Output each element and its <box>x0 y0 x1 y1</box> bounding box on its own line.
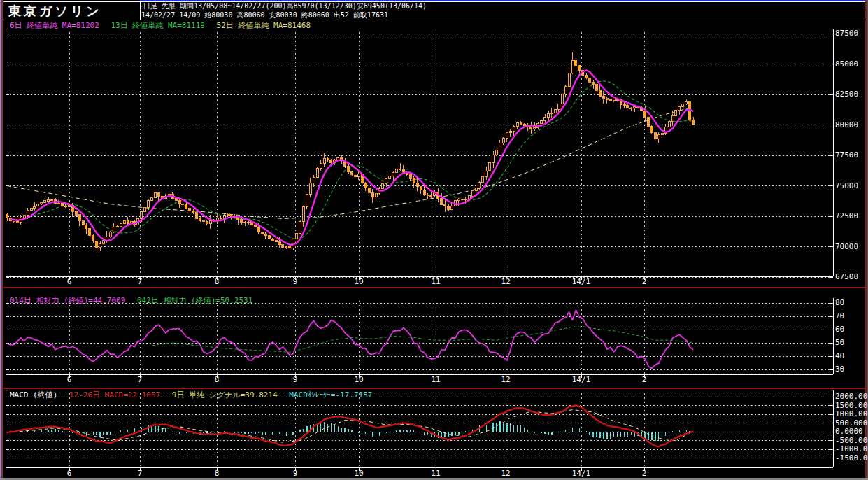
quote-ohlc-line: 14/02/27 14/09 始80030 高80060 安80030 終800… <box>141 11 388 19</box>
x-axis-label: 7 <box>128 278 152 286</box>
y-axis-label: 1000.000 <box>835 410 868 418</box>
x-axis-label: 9 <box>283 470 307 478</box>
quote-summary-line: 日足 先限 期間13/05/08~14/02/27(200)高85970(13/… <box>143 2 427 10</box>
macd-legend: MACD (終値) 12-26日 MACD=22.1057 9日 単純 シグナル… <box>10 391 379 400</box>
panel-separator-rsi-macd <box>3 388 865 389</box>
instrument-title: 東京ガソリン <box>8 3 102 20</box>
y-axis-label: 80 <box>835 299 844 307</box>
y-axis-label: 60 <box>835 325 844 334</box>
macd-title-legend: MACD (終値) <box>10 390 57 400</box>
rsi-legend: 014日 相対力 (終値)=44.7009 042日 相対力 (終値)=50.2… <box>10 297 259 305</box>
x-axis-label: 2 <box>632 376 656 384</box>
x-axis-label: 14/1 <box>569 470 593 478</box>
x-axis-label: 9 <box>283 278 307 286</box>
y-axis-label: 50 <box>835 339 844 347</box>
y-axis-label: 77500 <box>835 151 858 160</box>
x-axis-label: 2 <box>632 278 656 286</box>
y-axis-label: 2000.000 <box>835 393 868 401</box>
oscillator-value-legend: MACDｵｼﾚｰﾀｰ=-17.7157 <box>289 390 372 400</box>
y-axis-label: 85000 <box>835 60 858 69</box>
x-axis-label: 10 <box>347 470 371 478</box>
title-top-border <box>3 1 140 2</box>
y-axis-label: 72500 <box>835 212 858 220</box>
x-axis-label: 8 <box>205 470 229 478</box>
charts-canvas <box>0 0 868 480</box>
y-axis-label: 30 <box>835 365 844 374</box>
y-axis-label: -1500.00 <box>835 454 868 463</box>
y-axis-label: -1000.00 <box>835 445 868 453</box>
x-axis-label: 2 <box>632 470 656 478</box>
infobox-left-border <box>140 1 141 20</box>
y-axis-label: 75000 <box>835 182 858 190</box>
x-axis-label: 11 <box>424 278 448 286</box>
y-axis-label: 40 <box>835 352 844 360</box>
x-axis-label: 8 <box>205 376 229 384</box>
infobox-divider <box>140 10 865 10</box>
x-axis-label: 14/1 <box>569 376 593 384</box>
x-axis-label: 11 <box>424 376 448 384</box>
x-axis-label: 12 <box>494 470 518 478</box>
x-axis-label: 6 <box>57 376 81 384</box>
y-axis-label: 70 <box>835 312 844 320</box>
price-ma-legend: 6日 終値単純 MA=81202 13日 終値単純 MA=81119 52日 終… <box>10 22 318 30</box>
panel-separator-price-rsi <box>3 287 865 288</box>
x-axis-label: 9 <box>283 376 307 384</box>
y-axis-label: 87500 <box>835 29 858 38</box>
chart-application-window: { "window": { "title": "東京ガソリン" }, "head… <box>0 0 868 480</box>
x-axis-label: 12 <box>494 278 518 286</box>
x-axis-label: 14/1 <box>569 278 593 286</box>
ma52-legend: 52日 終値単純 MA=81468 <box>217 21 311 30</box>
x-axis-label: 6 <box>57 278 81 286</box>
rsi14-legend: 014日 相対力 (終値)=44.7009 <box>10 296 125 305</box>
ma6-legend: 6日 終値単純 MA=81202 <box>10 21 99 30</box>
x-axis-label: 6 <box>57 470 81 478</box>
y-axis-label: 80000 <box>835 121 858 129</box>
y-axis-label: 67500 <box>835 273 858 281</box>
y-axis-label: 0.0000 <box>835 428 863 436</box>
y-axis-label: 82500 <box>835 90 858 99</box>
rsi42-legend: 042日 相対力 (終値)=50.2531 <box>137 296 252 305</box>
macd-value-legend: 12-26日 MACD=22.1057 <box>69 390 160 400</box>
x-axis-label: 12 <box>494 376 518 384</box>
x-axis-label: 7 <box>128 470 152 478</box>
signal-value-legend: 9日 単純 シグナル=39.8214 <box>172 390 278 400</box>
x-axis-label: 10 <box>347 376 371 384</box>
ma13-legend: 13日 終値単純 MA=81119 <box>111 21 204 30</box>
x-axis-label: 11 <box>424 470 448 478</box>
x-axis-label: 10 <box>347 278 371 286</box>
x-axis-label: 7 <box>128 376 152 384</box>
header-bottom-border <box>3 20 865 20</box>
x-axis-label: 8 <box>205 278 229 286</box>
y-axis-label: 70000 <box>835 243 858 251</box>
